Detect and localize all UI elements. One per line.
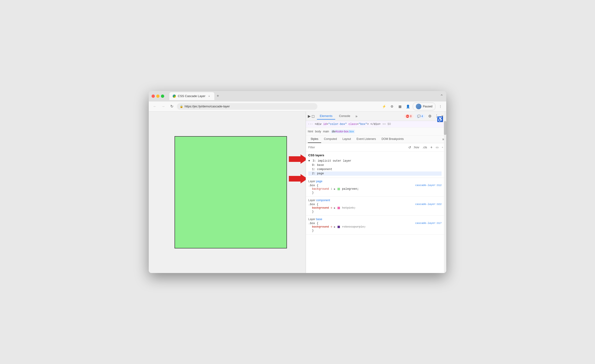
breadcrumb-html[interactable]: html	[308, 130, 313, 133]
css-close-page: }	[308, 191, 442, 195]
accessibility-icon[interactable]: ♿	[437, 116, 444, 127]
dom-tag-open: <div	[315, 123, 322, 126]
inspect-element-icon[interactable]: ▶	[308, 114, 311, 118]
devtools-panel: ▶ ◻ Elements Console » ⛔ 8 💬 4 ⚙ ⋮	[306, 112, 446, 273]
filter-input[interactable]	[308, 145, 406, 149]
scrollbar[interactable]	[444, 112, 446, 273]
breadcrumb-selected[interactable]: div#color-box.box	[331, 130, 355, 133]
subtab-styles[interactable]: Styles	[308, 136, 321, 143]
warning-count: 4	[421, 115, 423, 118]
css-rule-component: Layer component .box { cascade-layer:322…	[306, 197, 444, 216]
scrollbar-thumb[interactable]	[444, 121, 446, 135]
devtools-icon[interactable]: ⚙	[389, 103, 395, 110]
page-source-link[interactable]: cascade-layer:312	[415, 184, 442, 187]
component-selector-text: .box {	[308, 203, 318, 206]
tab-console[interactable]: Console	[336, 113, 353, 120]
color-arrow-comp[interactable]: ▶	[334, 207, 335, 209]
maximize-button[interactable]	[161, 95, 164, 98]
new-tab-button[interactable]: +	[215, 94, 221, 98]
tab-close-icon[interactable]: ×	[207, 94, 211, 98]
url-bar[interactable]: 🔒 https://jec.fyi/demo/cascade-layer	[177, 103, 317, 110]
breadcrumb-main[interactable]: main	[323, 130, 329, 133]
dom-class-attr-name: class	[348, 123, 357, 126]
profile-icon[interactable]: 👤	[405, 103, 411, 110]
subtab-event-listeners[interactable]: Event Listeners	[354, 136, 379, 143]
url-text: https://jec.fyi/demo/cascade-layer	[184, 104, 230, 108]
layer-base-rule-label: Layer base	[308, 218, 442, 221]
menu-button[interactable]: ⋮	[437, 103, 443, 110]
breadcrumb-selected-tag: div	[332, 130, 335, 133]
layer-page-label-text: Layer	[308, 180, 315, 183]
css-prop-base-bg: background : ▶ rebeccapurple;	[308, 225, 442, 229]
layer-base-link[interactable]: base	[316, 218, 322, 221]
prop-name-bg-struck: background	[312, 206, 329, 210]
dom-tag-close: > </div>	[367, 123, 381, 126]
breadcrumb: html body main div#color-box.box	[306, 128, 446, 136]
layer-base-label: 0: base	[312, 164, 324, 167]
lock-icon: 🔒	[180, 105, 183, 108]
browser-window: CSS Cascade Layer × + ⌃ ← → ↻ 🔒 https://…	[149, 91, 446, 273]
filter-hov[interactable]: :hov	[412, 145, 420, 150]
active-tab[interactable]: CSS Cascade Layer ×	[169, 92, 214, 100]
tab-more-icon[interactable]: »	[354, 114, 359, 118]
tab-menu-button[interactable]: ⌃	[440, 94, 443, 99]
device-toolbar-icon[interactable]: ◻	[312, 114, 315, 118]
layer-page-arrow	[289, 174, 308, 183]
devtools-toolbar: ▶ ◻ Elements Console » ⛔ 8 💬 4 ⚙ ⋮	[306, 112, 446, 121]
base-source-link[interactable]: cascade-layer:317	[415, 222, 442, 225]
css-prop-component-bg: background : ▶ hotpink;	[308, 206, 442, 210]
filter-toggle[interactable]: ▫	[441, 145, 444, 150]
forward-button[interactable]: →	[160, 103, 167, 110]
warning-icon: 💬	[417, 115, 421, 118]
filter-actions: ↺ :hov .cls + ▭ ▫	[408, 145, 444, 150]
breadcrumb-body[interactable]: body	[315, 130, 321, 133]
layer-component-label: 1: component	[312, 168, 332, 171]
css-prop-page-bg: background : ▶ palegreen;	[308, 187, 442, 191]
css-rule-page: Layer page .box { cascade-layer:312 back…	[306, 178, 444, 197]
layer-comp-label-text: Layer	[308, 199, 315, 202]
green-box	[175, 136, 287, 248]
layer-component-link[interactable]: component	[316, 199, 330, 202]
filter-new-style[interactable]: ▭	[435, 145, 439, 150]
prop-val-rebeccapurple: rebeccapurple;	[342, 225, 366, 228]
error-badge: ⛔ 8	[404, 114, 413, 118]
settings-icon[interactable]: ⚙	[427, 114, 433, 118]
subtab-computed[interactable]: Computed	[321, 136, 340, 143]
layer-page-label: 2: page	[312, 172, 324, 175]
prop-name-bg-base-struck: background	[312, 225, 329, 228]
filter-refresh-icon[interactable]: ↺	[408, 145, 411, 149]
avatar	[416, 104, 421, 109]
subtab-layout[interactable]: Layout	[340, 136, 354, 143]
layer-page-link[interactable]: page	[316, 180, 322, 183]
page-selector-text: .box {	[308, 184, 318, 187]
layer-component-item[interactable]: 1: component	[308, 167, 442, 172]
layer-page-item-highlighted[interactable]: 2: page	[308, 172, 442, 176]
minimize-button[interactable]	[156, 95, 160, 98]
cast-icon[interactable]: ▩	[397, 103, 403, 110]
dom-dots: ···	[308, 123, 313, 126]
tab-favicon	[173, 95, 176, 98]
extensions-icon[interactable]: ⚡	[381, 103, 387, 110]
subtab-dom-breakpoints[interactable]: DOM Breakpoints	[379, 136, 407, 143]
expand-triangle: ▼	[308, 159, 310, 163]
layer-base-item[interactable]: 0: base	[308, 163, 442, 167]
layer-parent[interactable]: ▼ 3: implicit outer layer	[308, 159, 442, 163]
paused-button[interactable]: Paused	[413, 103, 435, 110]
breadcrumb-id-part: #color-box	[335, 130, 348, 133]
color-swatch-hotpink[interactable]	[338, 207, 340, 209]
back-button[interactable]: ←	[152, 103, 158, 110]
tab-elements[interactable]: Elements	[317, 113, 335, 120]
component-source-link[interactable]: cascade-layer:322	[415, 203, 442, 206]
filter-cls[interactable]: .cls	[422, 145, 428, 150]
close-button[interactable]	[152, 95, 155, 98]
color-arrow-base[interactable]: ▶	[334, 226, 335, 228]
dom-id-attr-value: "color-box"	[328, 123, 347, 126]
filter-add[interactable]: +	[429, 145, 433, 150]
reload-button[interactable]: ↻	[168, 103, 175, 110]
dom-node-line: ··· <div id = "color-box" class = "box" …	[306, 121, 446, 128]
color-arrow-icon[interactable]: ▶	[334, 188, 335, 190]
layer-component-rule-label: Layer component	[308, 199, 442, 202]
color-swatch-rebeccapurple[interactable]	[338, 226, 340, 228]
dom-comment: == $0	[382, 123, 391, 126]
color-swatch-palegreen[interactable]	[338, 188, 340, 190]
